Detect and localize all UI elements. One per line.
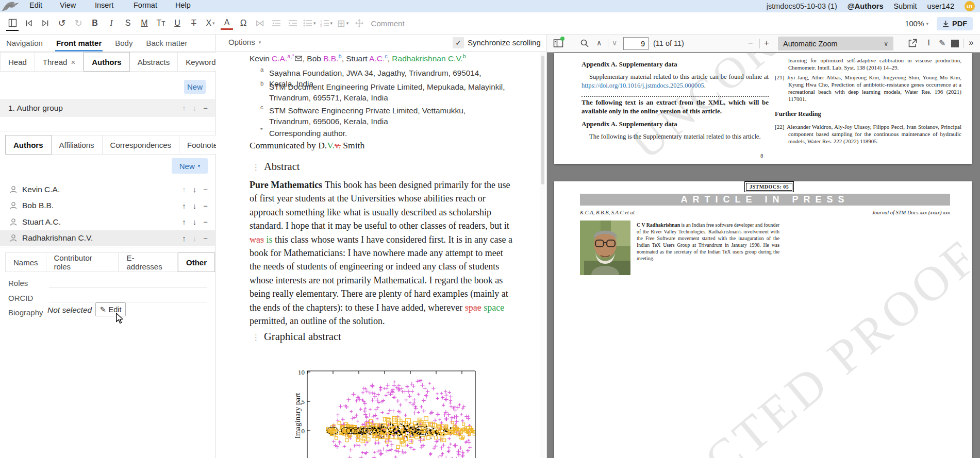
zoom-mode-dropdown[interactable]: Automatic Zoom ∨ xyxy=(778,37,893,50)
italic-button[interactable]: I xyxy=(105,15,118,31)
authors-mode-button[interactable]: @Authors xyxy=(848,2,884,10)
remove-icon[interactable]: − xyxy=(203,201,208,210)
comment-button[interactable]: Comment xyxy=(370,15,406,31)
highlight-color-swatch[interactable] xyxy=(951,40,959,47)
abstract-heading[interactable]: ⋮ Abstract xyxy=(252,161,300,173)
tab-front-matter[interactable]: Front matter xyxy=(56,35,102,52)
tab-authors-inner[interactable]: Authors xyxy=(5,135,52,155)
tab-back-matter[interactable]: Back matter xyxy=(146,35,187,52)
bullet-list-button[interactable]: ▾ xyxy=(303,15,316,31)
text-select-tool-button[interactable]: I xyxy=(927,38,930,47)
editor-scrollbar[interactable] xyxy=(540,52,545,458)
menu-format[interactable]: Format xyxy=(134,1,157,9)
page-number-input[interactable] xyxy=(623,37,649,50)
move-down-icon[interactable]: ↓ xyxy=(193,217,197,226)
indent-button[interactable] xyxy=(287,15,299,31)
graphical-abstract-heading[interactable]: ⋮ Graphical abstract xyxy=(252,331,341,343)
pdf-sidebar-toggle-button[interactable] xyxy=(553,38,563,50)
tab-contributor-roles[interactable]: Contributor roles xyxy=(46,252,119,272)
move-up-icon[interactable]: ↑ xyxy=(182,234,186,243)
open-external-icon[interactable] xyxy=(908,39,917,50)
move-up-icon[interactable]: ↑ xyxy=(182,201,186,210)
move-down-icon[interactable]: ↓ xyxy=(193,185,197,194)
special-character-button[interactable]: Ω xyxy=(237,15,250,31)
undo-button[interactable]: ↺ xyxy=(56,15,68,31)
search-icon[interactable] xyxy=(580,39,589,50)
underline-button[interactable]: U xyxy=(171,15,184,31)
communicated-by-line[interactable]: Communicated by D.V.v. Smith xyxy=(250,140,364,151)
tab-abstracts[interactable]: Abstracts xyxy=(130,52,178,72)
new-author-group-button[interactable]: New xyxy=(184,80,206,94)
move-down-icon[interactable]: ↓ xyxy=(193,201,197,210)
tab-thread[interactable]: Thread× xyxy=(35,52,84,72)
move-button[interactable] xyxy=(353,15,366,31)
font-color-button[interactable]: A xyxy=(221,16,233,30)
editor-author-line[interactable]: Kevin C.A.a,*, Bob B.B.b, Stuart A.C.c, … xyxy=(250,53,518,63)
close-icon[interactable]: × xyxy=(71,58,75,66)
outdent-button[interactable] xyxy=(270,15,283,31)
move-down-icon[interactable]: ↓ xyxy=(193,104,197,112)
author-row-bob[interactable]: Bob B.B. ↑↓− xyxy=(0,198,215,214)
tab-names[interactable]: Names xyxy=(5,252,46,272)
roles-field[interactable] xyxy=(49,287,207,287)
affiliation-b[interactable]: STM Document Engineering Private Limited… xyxy=(269,81,505,103)
monospace-button[interactable]: M xyxy=(138,15,151,31)
sans-serif-button[interactable]: S xyxy=(122,15,134,31)
tab-body[interactable]: Body xyxy=(115,35,132,52)
page-columns-button[interactable] xyxy=(6,15,19,31)
author-row-stuart[interactable]: Stuart A.C. ↑↓− xyxy=(0,214,215,230)
user-avatar[interactable]: U1 xyxy=(965,1,975,11)
remove-icon[interactable]: − xyxy=(203,185,208,194)
menu-help[interactable]: Help xyxy=(175,1,191,9)
zoom-level-dropdown[interactable]: 100%▾ xyxy=(905,20,928,28)
previous-change-icon[interactable] xyxy=(23,15,35,31)
table-button[interactable]: ⊞▾ xyxy=(337,15,349,31)
tab-correspondences[interactable]: Correspondences xyxy=(103,135,179,155)
tab-head[interactable]: Head xyxy=(0,52,35,72)
author-group-row[interactable]: 1. Author group ↑ ↓ − xyxy=(0,99,215,117)
corresponding-author-note[interactable]: Corresponding author. xyxy=(269,128,505,139)
previous-page-button[interactable]: ∧ xyxy=(596,39,602,47)
synchronize-scrolling-checkbox[interactable]: ✓ xyxy=(453,37,464,48)
orcid-field[interactable] xyxy=(49,302,207,302)
affiliation-c[interactable]: STM Software Engineering Private Limited… xyxy=(269,105,505,127)
zoom-in-button[interactable]: + xyxy=(764,38,769,48)
author-row-kevin[interactable]: Kevin C.A. ↑↓− xyxy=(0,181,215,198)
drag-handle-icon[interactable]: ⋮ xyxy=(252,333,260,342)
tab-authors[interactable]: Authors xyxy=(84,52,130,72)
bold-button[interactable]: B xyxy=(89,15,101,31)
tab-navigation[interactable]: Navigation xyxy=(6,35,43,52)
options-dropdown[interactable]: Options▾ xyxy=(228,38,261,46)
scrollbar-thumb[interactable] xyxy=(541,56,544,184)
author-row-radhakrishnan[interactable]: Radhakrishnan C.V. ↑↓− xyxy=(0,230,215,247)
pdf-export-button[interactable]: PDF xyxy=(937,17,973,30)
menu-edit[interactable]: Edit xyxy=(29,1,42,9)
remove-icon[interactable]: − xyxy=(203,234,208,243)
envelope-icon[interactable] xyxy=(295,56,302,61)
remove-icon[interactable]: − xyxy=(203,217,208,226)
move-up-icon[interactable]: ↑ xyxy=(182,185,186,194)
move-up-icon[interactable]: ↑ xyxy=(182,104,186,112)
drag-handle-icon[interactable]: ⋮ xyxy=(252,163,260,172)
tab-affiliations[interactable]: Affiliations xyxy=(52,135,103,155)
next-change-icon[interactable] xyxy=(39,15,52,31)
remove-icon[interactable]: − xyxy=(203,104,208,112)
doi-link[interactable]: https://doi.org/10.1016/j.jstmdocs.2025.… xyxy=(582,82,704,89)
abstract-paragraph[interactable]: Pure Mathematics This book has been desi… xyxy=(250,178,515,328)
move-up-icon[interactable]: ↑ xyxy=(182,217,186,226)
annotate-pencil-button[interactable]: ✎ xyxy=(939,38,945,48)
sub-superscript-button[interactable]: X▾ xyxy=(204,15,217,31)
small-caps-button[interactable]: Tт xyxy=(155,15,167,31)
strikethrough-button[interactable]: T xyxy=(188,15,200,31)
tab-e-addresses[interactable]: E-addresses xyxy=(119,252,178,272)
redo-button[interactable]: ↻ xyxy=(72,15,85,31)
numbered-list-button[interactable]: 123 ▾ xyxy=(320,15,333,31)
submit-button[interactable]: Submit xyxy=(893,2,917,10)
move-down-icon[interactable]: ↓ xyxy=(193,234,197,243)
next-page-button[interactable]: ∨ xyxy=(612,39,617,47)
more-tools-button[interactable]: » xyxy=(969,38,973,48)
ligature-button[interactable]: ⋈ xyxy=(254,15,266,31)
menu-view[interactable]: View xyxy=(60,1,76,9)
zoom-out-button[interactable]: − xyxy=(748,39,753,48)
menu-insert[interactable]: Insert xyxy=(95,1,113,9)
